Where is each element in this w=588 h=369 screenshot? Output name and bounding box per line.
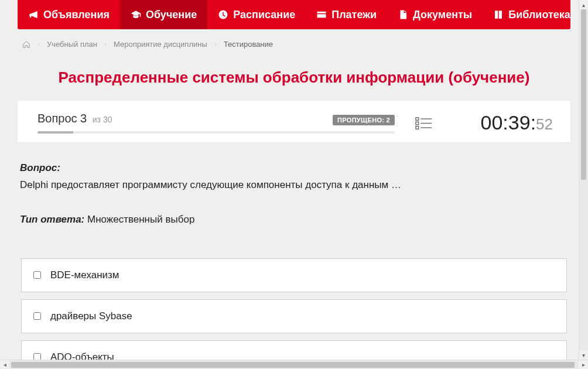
skipped-count: 2 [387, 117, 390, 124]
horizontal-scrollbar[interactable]: ◂ ▸ [0, 360, 588, 369]
progress-column: Вопрос 3 из 30 ПРОПУЩЕНО: 2 [37, 112, 395, 134]
scroll-up-arrow-icon[interactable]: ▴ [579, 0, 588, 9]
option-row[interactable]: драйверы Sybase [21, 299, 567, 333]
chevron-right-icon [213, 42, 218, 47]
option-checkbox[interactable] [33, 312, 41, 320]
option-text: BDE-механизм [50, 269, 119, 281]
scroll-track[interactable] [9, 360, 579, 369]
nav-announcements[interactable]: Объявления [18, 0, 120, 29]
nav-payments[interactable]: Платежи [306, 0, 387, 29]
grad-cap-icon [131, 9, 141, 20]
nav-label: Расписание [233, 9, 295, 21]
nav-label: Объявления [43, 9, 110, 21]
option-row[interactable]: ADO-объекты [21, 340, 567, 360]
skipped-label: ПРОПУЩЕНО: [337, 117, 384, 124]
progress-panel: Вопрос 3 из 30 ПРОПУЩЕНО: 2 [18, 101, 570, 142]
question-counter: Вопрос 3 из 30 [37, 112, 112, 125]
breadcrumb-testing: Тестирование [224, 40, 273, 49]
option-checkbox[interactable] [33, 353, 41, 360]
timer-seconds: 52 [536, 115, 553, 133]
nav-label: Документы [413, 9, 472, 21]
option-text: драйверы Sybase [50, 310, 132, 322]
question-word: Вопрос [37, 112, 77, 125]
question-total: 30 [103, 115, 112, 124]
nav-learning[interactable]: Обучение [120, 0, 207, 29]
question-current: 3 [80, 112, 87, 125]
nav-library[interactable]: Библиотека [483, 0, 588, 29]
question-list-button[interactable] [412, 116, 436, 130]
option-row[interactable]: BDE-механизм [21, 258, 567, 292]
options-list: BDE-механизм драйверы Sybase ADO-объекты [18, 258, 570, 360]
chevron-right-icon [36, 42, 41, 47]
svg-rect-2 [416, 122, 419, 125]
timer-main: 00:39: [481, 111, 536, 134]
breadcrumb-discipline-event[interactable]: Мероприятие дисциплины [114, 40, 207, 49]
scroll-down-arrow-icon[interactable]: ▾ [579, 350, 588, 360]
progress-fill [37, 131, 73, 134]
nav-label: Библиотека [508, 9, 570, 21]
scroll-left-arrow-icon[interactable]: ◂ [0, 360, 9, 370]
credit-card-icon [316, 9, 327, 20]
question-of: из [93, 115, 101, 124]
scroll-thumb[interactable] [581, 9, 586, 180]
breadcrumb-study-plan[interactable]: Учебный план [47, 40, 97, 49]
answer-type-value: Множественный выбор [87, 214, 194, 225]
question-label: Вопрос: [20, 162, 568, 174]
timer: 00:39:52 [453, 111, 553, 134]
home-icon[interactable] [22, 40, 30, 49]
scroll-right-arrow-icon[interactable]: ▸ [579, 360, 588, 370]
clock-icon [218, 9, 228, 20]
nav-schedule[interactable]: Расписание [207, 0, 306, 29]
document-icon [398, 9, 408, 20]
question-text: Delphi предоставляет программисту следую… [20, 177, 568, 193]
svg-rect-0 [416, 117, 419, 120]
answer-type-label: Тип ответа: [20, 214, 84, 225]
scroll-thumb[interactable] [11, 362, 575, 368]
list-icon [415, 116, 433, 130]
nav-label: Платежи [331, 9, 377, 21]
top-nav: Объявления Обучение Расписание Платежи [18, 0, 570, 29]
main-content: Объявления Обучение Расписание Платежи [0, 0, 588, 360]
nav-documents[interactable]: Документы [387, 0, 483, 29]
progress-bar [37, 131, 395, 134]
skipped-badge: ПРОПУЩЕНО: 2 [333, 115, 395, 125]
nav-label: Обучение [146, 9, 197, 21]
megaphone-icon [28, 9, 39, 20]
vertical-scrollbar[interactable]: ▴ ▾ [579, 0, 588, 360]
question-block: Вопрос: Delphi предоставляет программист… [18, 142, 570, 226]
option-text: ADO-объекты [50, 351, 114, 360]
book-icon [493, 9, 504, 20]
page-title: Распределенные системы обработки информа… [18, 69, 570, 87]
chevron-right-icon [103, 42, 108, 47]
option-checkbox[interactable] [33, 271, 41, 279]
answer-type: Тип ответа: Множественный выбор [20, 214, 568, 226]
scroll-track[interactable] [579, 9, 588, 350]
breadcrumb: Учебный план Мероприятие дисциплины Тест… [18, 29, 570, 52]
svg-rect-4 [416, 126, 419, 129]
